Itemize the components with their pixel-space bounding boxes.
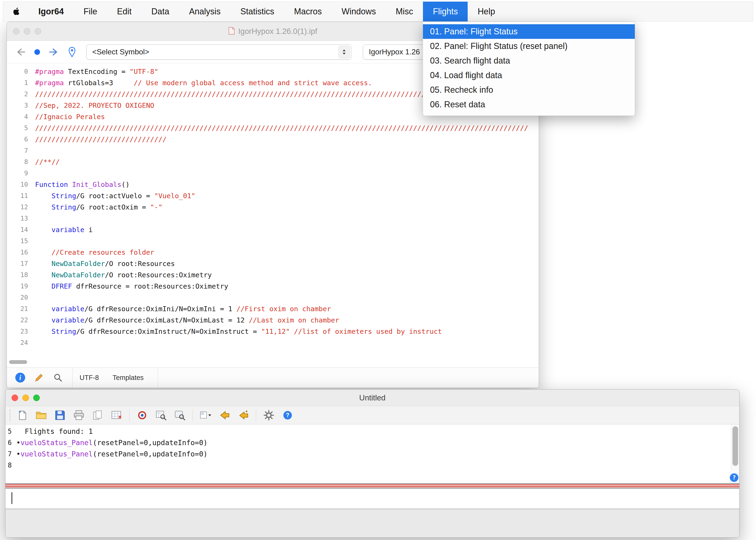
flights-menu-item[interactable]: 06. Reset data bbox=[423, 97, 635, 112]
edit-pencil-icon[interactable] bbox=[34, 373, 44, 382]
bookmark-pin-icon[interactable] bbox=[67, 47, 76, 58]
help-icon[interactable]: ? bbox=[282, 409, 294, 421]
new-layout-icon[interactable] bbox=[199, 409, 211, 421]
code-line-row: 7 bbox=[7, 145, 539, 156]
current-position-dot-icon[interactable] bbox=[34, 49, 41, 56]
code-line-text: •vueloStatus_Panel(resetPanel=0,updateIn… bbox=[16, 437, 207, 449]
open-file-icon[interactable] bbox=[35, 409, 47, 421]
text-cursor bbox=[12, 492, 12, 504]
save-copy-icon[interactable] bbox=[91, 409, 104, 421]
zoom-button[interactable] bbox=[33, 394, 40, 401]
zoom-button[interactable] bbox=[35, 28, 41, 35]
symbol-selector[interactable]: <Select Symbol> bbox=[86, 45, 351, 60]
close-button[interactable] bbox=[12, 394, 18, 401]
browse-tables-icon[interactable] bbox=[155, 409, 167, 421]
new-table-icon[interactable] bbox=[110, 409, 123, 421]
print-icon[interactable] bbox=[73, 409, 85, 421]
flights-menu-item[interactable]: 03. Search flight data bbox=[423, 54, 635, 68]
apple-menu[interactable] bbox=[3, 2, 29, 21]
history-lines: 5 Flights found: 16•vueloStatus_Panel(re… bbox=[5, 426, 739, 471]
line-number: 20 bbox=[7, 292, 35, 303]
code-line-text: Flights found: 1 bbox=[16, 426, 93, 437]
code-line-row: 13 bbox=[7, 213, 539, 224]
menu-item-windows[interactable]: Windows bbox=[332, 2, 386, 21]
new-notebook-icon[interactable] bbox=[16, 409, 29, 421]
code-line-text: //Sep, 2022. PROYECTO OXIGENO bbox=[35, 100, 154, 111]
code-line-row: 7•vueloStatus_Panel(resetPanel=0,updateI… bbox=[5, 449, 739, 460]
line-number: 8 bbox=[5, 460, 16, 471]
code-line-text: #pragma rtGlobals=3 // Use modern global… bbox=[35, 77, 372, 88]
vertical-scrollbar-thumb[interactable] bbox=[732, 426, 738, 466]
line-number: 1 bbox=[7, 77, 35, 88]
flights-menu-item[interactable]: 02. Panel: Flight Status (reset panel) bbox=[423, 39, 635, 54]
settings-gear-icon[interactable] bbox=[263, 409, 275, 421]
back-arrow-icon[interactable] bbox=[15, 48, 26, 57]
history-area[interactable]: 5 Flights found: 16•vueloStatus_Panel(re… bbox=[5, 424, 739, 483]
command-window-title: Untitled bbox=[359, 393, 386, 402]
statusbar-divider-2 bbox=[158, 367, 158, 388]
code-line-row: 8 bbox=[5, 460, 739, 471]
code-line-row: 17 NewDataFolder/O root:Resources bbox=[7, 258, 539, 269]
code-line-text: NewDataFolder/O root:Resources:Oximetry bbox=[35, 269, 212, 281]
code-line-row: 16 //Create resources folder bbox=[7, 247, 539, 258]
vertical-scrollbar[interactable] bbox=[731, 424, 739, 472]
save-experiment-icon[interactable] bbox=[54, 409, 66, 421]
line-number: 23 bbox=[7, 326, 35, 337]
symbol-selector-value: <Select Symbol> bbox=[92, 48, 149, 56]
code-line-row: 6•vueloStatus_Panel(resetPanel=0,updateI… bbox=[5, 437, 739, 449]
menu-item-statistics[interactable]: Statistics bbox=[230, 2, 284, 21]
horizontal-scrollbar-thumb[interactable] bbox=[9, 360, 27, 364]
app-menu[interactable]: Igor64 bbox=[29, 2, 74, 21]
menu-item-help[interactable]: Help bbox=[468, 2, 505, 21]
code-line-row: 5 Flights found: 1 bbox=[5, 426, 739, 437]
templates-menu[interactable]: Templates bbox=[112, 374, 144, 382]
encoding-label[interactable]: UTF-8 bbox=[79, 374, 99, 382]
command-input[interactable] bbox=[5, 488, 739, 509]
code-line-text: Function Init_Globals() bbox=[35, 179, 130, 190]
line-number: 5 bbox=[5, 426, 16, 437]
forward-arrow-icon[interactable] bbox=[49, 48, 60, 57]
close-button[interactable] bbox=[13, 28, 20, 35]
recall-command-execute-icon[interactable] bbox=[237, 409, 249, 421]
flights-menu-item[interactable]: 01. Panel: Flight Status bbox=[423, 24, 635, 39]
minimize-button[interactable] bbox=[24, 28, 30, 35]
screen: Igor64 FileEditDataAnalysisStatisticsMac… bbox=[0, 0, 756, 540]
recall-command-icon[interactable] bbox=[218, 409, 230, 421]
menu-item-macros[interactable]: Macros bbox=[284, 2, 332, 21]
code-line-row: 18 NewDataFolder/O root:Resources:Oximet… bbox=[7, 269, 539, 281]
statusbar-divider bbox=[72, 367, 72, 388]
menu-item-misc[interactable]: Misc bbox=[386, 2, 423, 21]
menu-bar: Igor64 FileEditDataAnalysisStatisticsMac… bbox=[3, 1, 753, 22]
line-number: 19 bbox=[7, 281, 35, 292]
line-number: 9 bbox=[7, 168, 35, 179]
flights-menu-item[interactable]: 05. Recheck info bbox=[423, 82, 635, 97]
horizontal-scrollbar[interactable] bbox=[7, 357, 539, 367]
toolbar-separator bbox=[192, 409, 193, 421]
line-number: 5 bbox=[7, 122, 35, 134]
code-line-row: 24 bbox=[7, 337, 539, 348]
flights-menu-item[interactable]: 04. Load flight data bbox=[423, 68, 635, 82]
info-icon[interactable]: i bbox=[15, 373, 25, 382]
new-graph-icon[interactable] bbox=[136, 409, 148, 421]
history-help-button[interactable]: ? bbox=[730, 473, 738, 482]
menu-item-analysis[interactable]: Analysis bbox=[179, 2, 230, 21]
menu-item-edit[interactable]: Edit bbox=[107, 2, 141, 21]
line-number: 13 bbox=[7, 213, 35, 224]
code-line-text: variable i bbox=[35, 224, 92, 235]
menu-item-file[interactable]: File bbox=[74, 2, 107, 21]
code-line-row: 12 String/G root:actOxim = "-" bbox=[7, 202, 539, 213]
minimize-button[interactable] bbox=[22, 394, 29, 401]
code-line-row: 20 bbox=[7, 292, 539, 303]
command-titlebar[interactable]: Untitled bbox=[5, 390, 739, 406]
line-number: 21 bbox=[7, 303, 35, 315]
menu-item-flights[interactable]: Flights bbox=[423, 2, 468, 21]
toolbar-drag-handle[interactable] bbox=[10, 409, 11, 421]
search-magnifier-icon[interactable] bbox=[53, 373, 63, 382]
line-number: 10 bbox=[7, 179, 35, 190]
code-line-row: 6//////////////////////////////// bbox=[7, 134, 539, 145]
browse-panels-icon[interactable] bbox=[174, 409, 186, 421]
line-number: 6 bbox=[7, 134, 35, 145]
command-window-footer bbox=[5, 510, 739, 537]
menu-item-data[interactable]: Data bbox=[141, 2, 179, 21]
stepper-icon bbox=[339, 46, 349, 58]
